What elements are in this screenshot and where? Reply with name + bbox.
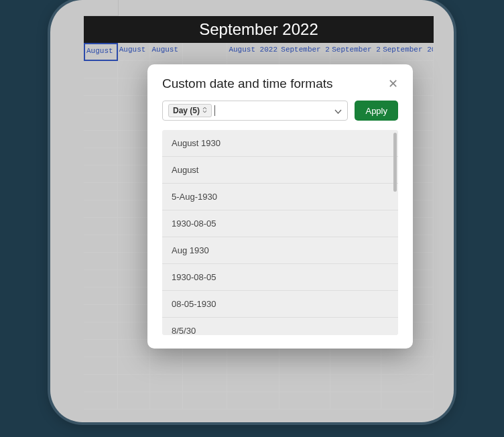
cell[interactable] (118, 305, 151, 322)
cell[interactable] (330, 392, 381, 410)
cell[interactable] (84, 78, 118, 96)
cell[interactable] (279, 392, 330, 410)
cell[interactable] (84, 183, 118, 200)
dialog-title: Custom date and time formats (162, 76, 333, 91)
cell[interactable] (118, 253, 151, 270)
cell[interactable] (84, 357, 118, 375)
close-icon[interactable]: ✕ (388, 78, 398, 90)
chevron-down-icon[interactable] (334, 105, 342, 117)
cell[interactable] (84, 253, 118, 270)
format-options-list: August 1930August5-Aug-19301930-08-05Aug… (162, 130, 398, 335)
cell[interactable] (118, 183, 151, 200)
cell[interactable] (84, 131, 118, 148)
cell[interactable] (118, 166, 151, 183)
stepper-icon[interactable] (202, 107, 207, 115)
options-scroll[interactable]: August 1930August5-Aug-19301930-08-05Aug… (162, 130, 398, 335)
format-option[interactable]: 8/5/30 (162, 318, 398, 335)
cell[interactable] (150, 357, 183, 375)
cell[interactable] (118, 113, 151, 131)
cell[interactable] (84, 322, 118, 340)
cell[interactable] (84, 166, 118, 183)
cell[interactable]: September 202 (330, 43, 381, 61)
cell[interactable] (118, 288, 151, 305)
format-option[interactable]: August 1930 (162, 130, 398, 157)
column-headers (84, 0, 434, 16)
cell[interactable] (381, 357, 434, 375)
cell[interactable] (84, 96, 118, 113)
cell[interactable]: August (150, 43, 183, 61)
cell[interactable] (84, 270, 118, 288)
cell[interactable] (183, 375, 227, 392)
sheet-title-row: September 2022 (84, 16, 434, 43)
token-label: Day (5) (173, 106, 200, 115)
format-option[interactable]: 1930-08-05 (162, 210, 398, 237)
cell[interactable] (118, 270, 151, 288)
cell[interactable] (118, 392, 151, 410)
cell[interactable] (84, 113, 118, 131)
cell[interactable] (118, 357, 151, 375)
cell[interactable] (84, 200, 118, 218)
cell[interactable]: September 202 (279, 43, 330, 61)
cell[interactable] (84, 235, 118, 253)
data-row: August 20 August 2 August August 2022 Se… (84, 43, 434, 61)
format-option[interactable]: 5-Aug-1930 (162, 184, 398, 210)
custom-date-dialog: Custom date and time formats ✕ Day (5) A… (147, 64, 413, 349)
sheet-title: September 2022 (199, 20, 318, 39)
cell[interactable] (279, 357, 330, 375)
cell[interactable] (330, 357, 381, 375)
cell[interactable] (227, 375, 279, 392)
cell[interactable] (183, 392, 227, 410)
cell[interactable] (84, 148, 118, 166)
cell[interactable] (84, 305, 118, 322)
cell[interactable] (279, 375, 330, 392)
cell[interactable] (330, 375, 381, 392)
cell[interactable] (118, 218, 151, 235)
apply-button[interactable]: Apply (355, 101, 398, 121)
cell[interactable] (150, 375, 183, 392)
cell[interactable] (118, 61, 151, 78)
cell[interactable] (183, 357, 227, 375)
text-cursor (214, 105, 215, 116)
cell[interactable]: August 2 (118, 43, 151, 61)
format-option[interactable]: 1930-08-05 (162, 264, 398, 291)
cell[interactable] (118, 235, 151, 253)
cell[interactable] (118, 96, 151, 113)
cell[interactable] (183, 43, 227, 61)
cell[interactable]: September 2022 (381, 43, 434, 61)
format-option[interactable]: 08-05-1930 (162, 291, 398, 318)
cell[interactable] (118, 148, 151, 166)
cell[interactable] (84, 340, 118, 357)
cell[interactable] (227, 357, 279, 375)
cell[interactable] (84, 61, 118, 78)
cell[interactable] (118, 200, 151, 218)
cell[interactable] (381, 375, 434, 392)
scrollbar-thumb[interactable] (393, 133, 397, 192)
cell[interactable] (150, 392, 183, 410)
format-token[interactable]: Day (5) (168, 104, 212, 117)
cell[interactable] (84, 375, 118, 392)
cell[interactable] (118, 340, 151, 357)
cell[interactable] (84, 218, 118, 235)
format-option[interactable]: August (162, 157, 398, 184)
cell[interactable] (118, 375, 151, 392)
cell[interactable] (227, 392, 279, 410)
cell[interactable]: August 2022 (227, 43, 279, 61)
cell[interactable] (84, 288, 118, 305)
cell[interactable] (381, 392, 434, 410)
cell[interactable] (84, 392, 118, 410)
cell[interactable] (118, 78, 151, 96)
format-input[interactable]: Day (5) (162, 101, 348, 121)
cell[interactable]: August 20 (84, 43, 118, 61)
cell[interactable] (118, 131, 151, 148)
cell[interactable] (118, 322, 151, 340)
format-option[interactable]: Aug 1930 (162, 237, 398, 264)
